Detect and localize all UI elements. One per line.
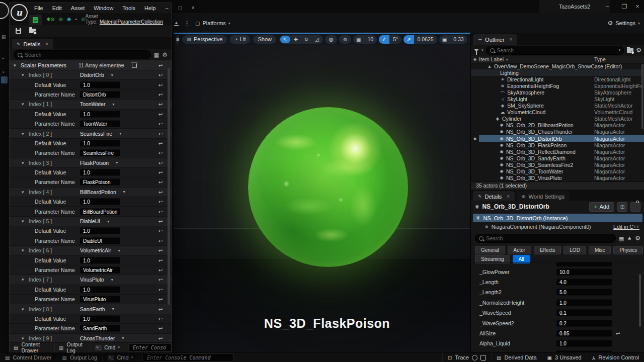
- reset-icon[interactable]: ↩: [158, 209, 163, 214]
- reset-icon[interactable]: ↩: [158, 160, 163, 165]
- outliner-row[interactable]: ◉ ☁ VolumetricCloud VolumetricCloud: [471, 109, 644, 116]
- default-value-input[interactable]: 1.0: [80, 169, 120, 176]
- niagara-icon[interactable]: ❋: [67, 17, 71, 22]
- details-search[interactable]: [475, 234, 616, 243]
- menu-item[interactable]: Edit: [48, 3, 66, 13]
- filter-icon[interactable]: [474, 49, 479, 52]
- outliner-row[interactable]: ◉ ❋ NS_Orb_3D_ReflectDiamond NiagaraActo…: [471, 148, 644, 155]
- parameter-row[interactable]: _GlowPower 10.0 ↩: [471, 267, 642, 277]
- reset-icon[interactable]: ↩: [158, 111, 163, 117]
- parameter-row[interactable]: _WaveSpeed 0.1 ↩: [471, 308, 642, 318]
- world-space-icon[interactable]: ◍: [326, 36, 336, 43]
- outliner-row[interactable]: ◉ ◈ SM_SkySphere StaticMeshActor: [471, 103, 644, 109]
- default-value-input[interactable]: 1.0: [80, 111, 120, 117]
- parameter-preview-dropdown[interactable]: VolumetricAir ▾: [80, 247, 120, 253]
- trace-button[interactable]: ⊡ Trace: [442, 352, 492, 362]
- index-row[interactable]: ▾ Index [ 8 ] SandEarth ▾ ↩: [10, 304, 172, 314]
- parameter-value-input[interactable]: 1.0: [556, 299, 612, 306]
- parameter-value-input[interactable]: 1.0: [556, 340, 612, 347]
- reset-icon[interactable]: ↩: [158, 92, 163, 97]
- reset-icon[interactable]: ↩: [158, 131, 163, 136]
- surface-snap-icon[interactable]: ⊚: [340, 36, 350, 43]
- details-search-input[interactable]: [486, 235, 612, 241]
- viewport[interactable]: ≡ ▧ Perspective ◑ Lit Show ↖ ✚ ↻ ◿ ◍ ⊚ ▦…: [174, 33, 470, 352]
- reset-icon[interactable]: ↩: [158, 121, 163, 127]
- output-log-button[interactable]: ▥ Output Log: [57, 352, 103, 362]
- menu-item[interactable]: Window: [89, 3, 118, 13]
- outliner-row[interactable]: ◉ ◈ Cylinder StaticMeshActor: [471, 116, 644, 122]
- outliner-row[interactable]: ◉ ❋ NS_Orb_3D_ChaosThunder NiagaraActor: [471, 129, 644, 135]
- parameter-preview-dropdown[interactable]: ToonWater ▾: [80, 101, 114, 107]
- details-scrollbar[interactable]: [168, 68, 170, 305]
- parameter-value-input[interactable]: 5.0: [556, 289, 612, 296]
- caret-down-icon[interactable]: ▾: [22, 336, 24, 341]
- insights-icon[interactable]: [472, 355, 477, 360]
- parameter-row[interactable]: _Length2 5.0 ↩: [471, 288, 642, 298]
- reset-icon[interactable]: ↩: [158, 199, 163, 205]
- console-command-input[interactable]: [146, 354, 230, 361]
- parameter-name-input[interactable]: DiableUI: [80, 237, 120, 244]
- minimize-button[interactable]: –: [160, 3, 174, 13]
- scale-tool-icon[interactable]: ◿: [312, 36, 322, 43]
- gear-icon[interactable]: ⚙: [636, 47, 641, 54]
- outliner-search[interactable]: ▾: [486, 46, 625, 55]
- reset-icon[interactable]: ↩: [158, 257, 163, 263]
- filter-chip[interactable]: Misc: [589, 246, 611, 254]
- parameter-value-input[interactable]: 4.0: [556, 279, 612, 286]
- default-value-input[interactable]: 1.0: [80, 315, 120, 322]
- parameter-name-input[interactable]: DistortOrb: [80, 91, 120, 98]
- caret-down-icon[interactable]: ▾: [22, 248, 24, 253]
- outliner-search-input[interactable]: [497, 47, 616, 53]
- filter-chip[interactable]: Actor: [508, 246, 531, 254]
- asset-tab[interactable]: [29, 15, 42, 25]
- outliner-row[interactable]: ◉ ◠ SkyAtmosphere SkyAtmosphere: [471, 89, 644, 96]
- index-row[interactable]: ▾ Index [ 4 ] BillBoardPotion ▾ ↩: [10, 188, 172, 197]
- parameter-value-input[interactable]: 0.2: [556, 320, 612, 326]
- close-icon[interactable]: ×: [45, 41, 48, 47]
- view-options-icon[interactable]: ▦: [154, 52, 159, 58]
- parameter-row[interactable]: _Length 4.0 ↩: [471, 277, 642, 287]
- caret-down-icon[interactable]: ▾: [22, 131, 24, 136]
- favorites-star-icon[interactable]: ★: [627, 235, 632, 242]
- parameter-preview-dropdown[interactable]: DiableUI ▾: [80, 218, 109, 224]
- component-browser-icon[interactable]: ◫: [617, 202, 627, 212]
- outliner-row[interactable]: ◉ ❋ NS_Orb_3D_VirusPluto NiagaraActor: [471, 175, 644, 181]
- chevron-down-icon[interactable]: ▾: [619, 48, 621, 52]
- view-options-icon[interactable]: ▦: [619, 235, 624, 242]
- index-row[interactable]: ▾ Index [ 5 ] DiableUI ▾ ↩: [10, 217, 172, 226]
- tab-world-settings[interactable]: ⊕ World Settings: [517, 191, 570, 202]
- default-value-input[interactable]: 1.0: [80, 199, 120, 205]
- scale-snap-control[interactable]: ⇗ 0.0625: [404, 35, 437, 44]
- filter-chip[interactable]: General: [475, 246, 505, 254]
- index-row[interactable]: ▾ Index [ 1 ] ToonWater ▾ ↩: [10, 100, 172, 109]
- index-row[interactable]: ▾ Index [ 2 ] SeamlessFire ▾ ↩: [10, 129, 172, 138]
- reset-icon[interactable]: ↩: [158, 102, 163, 107]
- reset-icon[interactable]: ↩: [616, 331, 620, 336]
- unsaved-button[interactable]: ▣ 3 Unsaved: [542, 352, 587, 362]
- parameter-preview-dropdown[interactable]: FlaskPoison ▾: [80, 160, 118, 166]
- default-value-input[interactable]: 1.0: [80, 140, 120, 146]
- revision-control-button[interactable]: Y Revision Control: [587, 352, 644, 362]
- eye-icon[interactable]: ◉: [471, 137, 479, 141]
- console-command-input[interactable]: [132, 344, 168, 351]
- reset-icon[interactable]: ↩: [158, 72, 163, 78]
- menu-item[interactable]: Tools: [118, 3, 140, 13]
- show-button[interactable]: Show: [253, 35, 276, 44]
- lit-button[interactable]: ◑ Lit: [230, 35, 250, 44]
- index-row[interactable]: ▾ Index [ 6 ] VolumetricAir ▾ ↩: [10, 246, 172, 255]
- add-element-icon[interactable]: ⊕: [120, 62, 124, 68]
- chevron-down-icon[interactable]: ▾: [481, 48, 484, 52]
- close-icon[interactable]: ×: [510, 37, 513, 42]
- outliner-row[interactable]: ◉ ☀ DirectionalLight DirectionalLight: [471, 76, 644, 82]
- cmd-button[interactable]: >_ Cmd ▾: [103, 352, 138, 362]
- outliner-row[interactable]: ◉ ❋ NS_Orb_3D_SandyEarth NiagaraActor: [471, 155, 644, 161]
- snapshot-icon[interactable]: [480, 355, 486, 360]
- parameter-row[interactable]: Alpha_Liquid 1.0 ↩: [471, 339, 642, 349]
- caret-down-icon[interactable]: ▾: [22, 219, 24, 224]
- component-row[interactable]: ❋ NiagaraComponent (NiagaraComponent0) E…: [473, 223, 642, 231]
- content-drawer-button[interactable]: ▤ Content Drawer: [10, 342, 55, 352]
- parameter-preview-dropdown[interactable]: DistortOrb ▾: [80, 72, 113, 78]
- reset-icon[interactable]: ↩: [158, 248, 163, 253]
- parameter-name-input[interactable]: VirusPluto: [80, 296, 120, 303]
- reset-icon[interactable]: ↩: [158, 238, 163, 243]
